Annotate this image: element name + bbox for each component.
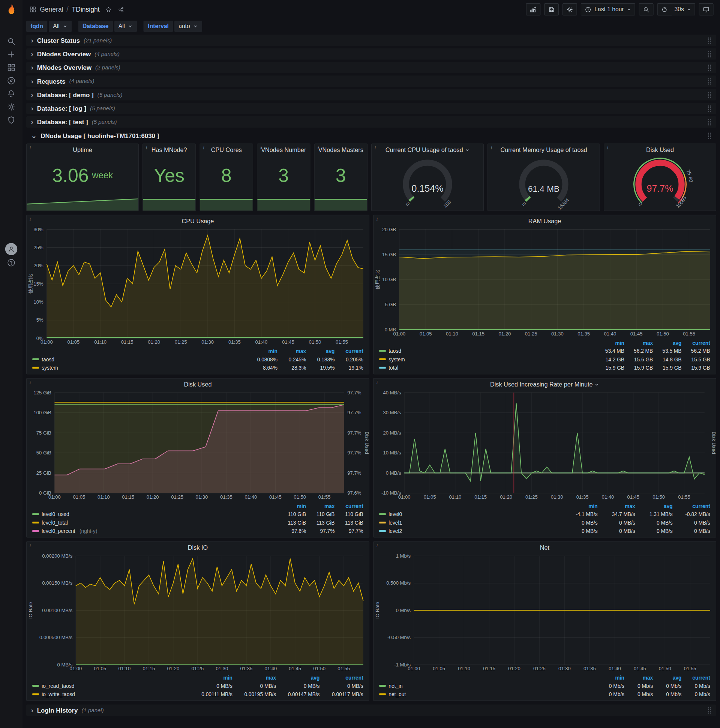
panel-title[interactable]: Disk Used	[613, 146, 706, 153]
row-drag-handle[interactable]	[707, 707, 711, 714]
variable-value-dropdown[interactable]: All	[114, 21, 137, 32]
legend-sort-avg[interactable]: avg	[635, 503, 673, 509]
panel-info-icon[interactable]: i	[260, 145, 261, 150]
legend-sort-max[interactable]: max	[624, 340, 653, 346]
legend-sort-current[interactable]: current	[673, 503, 710, 509]
sidebar-item-create[interactable]	[6, 49, 17, 60]
dashboard-row-collapsed[interactable]: › Database: [ demo ] (5 panels)	[26, 89, 716, 101]
legend-sort-max[interactable]: max	[232, 675, 276, 681]
legend-sort-min[interactable]: min	[278, 503, 306, 509]
panel-title[interactable]: Disk IO	[36, 544, 360, 551]
panel-info-icon[interactable]: i	[30, 145, 31, 150]
legend-series-toggle[interactable]: taosd	[379, 348, 596, 354]
time-range-picker[interactable]: Last 1 hour	[581, 3, 635, 16]
chart-plot[interactable]: 1 Mb/s0.500 Mb/s0 Mb/s-0.50 Mb/s-1 Mb/s0…	[374, 542, 716, 673]
legend-series-toggle[interactable]: total	[379, 365, 596, 371]
dashboard-row-collapsed[interactable]: › Cluster Status (21 panels)	[26, 35, 716, 46]
legend-series-toggle[interactable]: system	[379, 356, 596, 362]
legend-sort-avg[interactable]: avg	[276, 675, 319, 681]
legend-sort-max[interactable]: max	[624, 675, 653, 681]
variable-label[interactable]: Interval	[143, 21, 173, 32]
panel-info-icon[interactable]: i	[146, 145, 147, 150]
panel-info-icon[interactable]: i	[30, 379, 31, 385]
panel-title[interactable]: VNodes Masters	[324, 146, 358, 153]
variable-label[interactable]: Database	[78, 21, 113, 32]
legend-sort-avg[interactable]: avg	[653, 340, 681, 346]
zoom-out-button[interactable]	[639, 3, 654, 16]
legend-series-toggle[interactable]: level0_percent(right-y)	[32, 528, 278, 534]
dashboard-grid-icon[interactable]	[29, 6, 37, 13]
variable-label[interactable]: fqdn	[26, 21, 47, 32]
chart-plot[interactable]: 30%25%20%15%10%5%0%01:0001:0501:1001:150…	[27, 216, 369, 347]
legend-series-toggle[interactable]: level0	[379, 511, 560, 517]
favorite-star-button[interactable]	[105, 6, 113, 13]
legend-series-toggle[interactable]: taosd	[32, 356, 249, 362]
legend-sort-min[interactable]: min	[189, 675, 232, 681]
panel-title[interactable]: Uptime	[36, 146, 129, 153]
variable-value-dropdown[interactable]: All	[49, 21, 72, 32]
legend-series-toggle[interactable]: level0_used	[32, 511, 278, 517]
chart-plot[interactable]: 0.00200 MB/s0.00150 MB/s0.00100 MB/s0.00…	[27, 542, 369, 673]
panel-title[interactable]: Current CPU Usage of taosd	[381, 146, 474, 153]
dashboard-settings-button[interactable]	[563, 3, 577, 16]
dashboard-row-expanded[interactable]: ⌄ DNode Usage [ huolinhe-TM1701:6030 ]	[26, 130, 716, 141]
panel-info-icon[interactable]: i	[377, 543, 378, 548]
panel-info-icon[interactable]: i	[30, 543, 31, 548]
sidebar-item-search[interactable]	[6, 36, 17, 47]
dashboard-row-collapsed[interactable]: › MNodes Overview (2 panels)	[26, 62, 716, 73]
panel-info-icon[interactable]: i	[377, 216, 378, 222]
chart-plot[interactable]: 125 GiB97.7%100 GiB97.7%75 GiB97.7%50 Gi…	[27, 379, 369, 502]
legend-series-toggle[interactable]: io_write_taosd	[32, 691, 189, 697]
legend-sort-max[interactable]: max	[598, 503, 635, 509]
legend-sort-avg[interactable]: avg	[306, 349, 334, 354]
panel-info-icon[interactable]: i	[491, 145, 492, 150]
legend-series-toggle[interactable]: net_out	[379, 691, 596, 697]
legend-sort-min[interactable]: min	[249, 349, 278, 354]
share-button[interactable]	[118, 6, 125, 13]
panel-title[interactable]: CPU Usage	[36, 218, 360, 225]
row-drag-handle[interactable]	[707, 119, 711, 126]
panel-info-icon[interactable]: i	[607, 145, 608, 150]
legend-sort-current[interactable]: current	[335, 503, 363, 509]
row-drag-handle[interactable]	[707, 78, 711, 85]
legend-sort-current[interactable]: current	[682, 675, 710, 681]
panel-info-icon[interactable]: i	[375, 145, 376, 150]
dashboard-row-collapsed[interactable]: › Database: [ test ] (5 panels)	[26, 116, 716, 128]
chart-plot[interactable]: 20 GB15 GB10 GB5 GB0 MB01:0001:0501:1001…	[374, 216, 716, 338]
legend-series-toggle[interactable]: level0_total	[32, 520, 278, 525]
legend-sort-current[interactable]: current	[335, 349, 363, 354]
legend-sort-max[interactable]: max	[306, 503, 334, 509]
sidebar-item-configuration[interactable]	[6, 101, 17, 113]
panel-title[interactable]: Disk Used Increasing Rate per Minute	[383, 381, 706, 388]
refresh-button[interactable]	[657, 3, 672, 16]
dashboard-row-collapsed[interactable]: › Requests (4 panels)	[26, 75, 716, 87]
grafana-logo[interactable]	[5, 3, 18, 17]
panel-title[interactable]: CPU Cores	[210, 146, 243, 153]
legend-series-toggle[interactable]: level1	[379, 520, 560, 525]
sidebar-item-user-avatar[interactable]	[5, 243, 18, 255]
sidebar-item-alerting[interactable]	[6, 88, 17, 99]
breadcrumb-title[interactable]: TDinsight	[72, 6, 100, 13]
row-drag-handle[interactable]	[707, 91, 711, 98]
row-drag-handle[interactable]	[707, 132, 711, 139]
panel-title[interactable]: RAM Usage	[383, 218, 706, 225]
row-drag-handle[interactable]	[707, 64, 711, 71]
save-dashboard-button[interactable]	[545, 3, 559, 16]
add-panel-button[interactable]	[526, 3, 541, 16]
panel-info-icon[interactable]: i	[30, 216, 31, 222]
panel-info-icon[interactable]: i	[203, 145, 204, 150]
sidebar-item-dashboards[interactable]	[6, 62, 17, 73]
legend-sort-current[interactable]: current	[682, 340, 710, 346]
sidebar-item-help[interactable]	[6, 257, 17, 268]
dashboard-row-collapsed[interactable]: › Database: [ log ] (5 panels)	[26, 103, 716, 114]
panel-info-icon[interactable]: i	[317, 145, 318, 150]
panel-title[interactable]: Net	[383, 544, 706, 551]
panel-title[interactable]: Disk Used	[36, 381, 360, 388]
legend-series-toggle[interactable]: net_in	[379, 683, 596, 688]
panel-title[interactable]: Current Memory Usage of taosd	[497, 146, 590, 153]
chart-plot[interactable]: 40 MB/s30 MB/s20 MB/s10 MB/s0 MB/s-10 MB…	[374, 379, 716, 502]
legend-sort-avg[interactable]: avg	[653, 675, 681, 681]
tv-mode-button[interactable]	[699, 3, 714, 16]
legend-series-toggle[interactable]: system	[32, 365, 249, 371]
sidebar-item-server-admin[interactable]	[6, 115, 17, 126]
